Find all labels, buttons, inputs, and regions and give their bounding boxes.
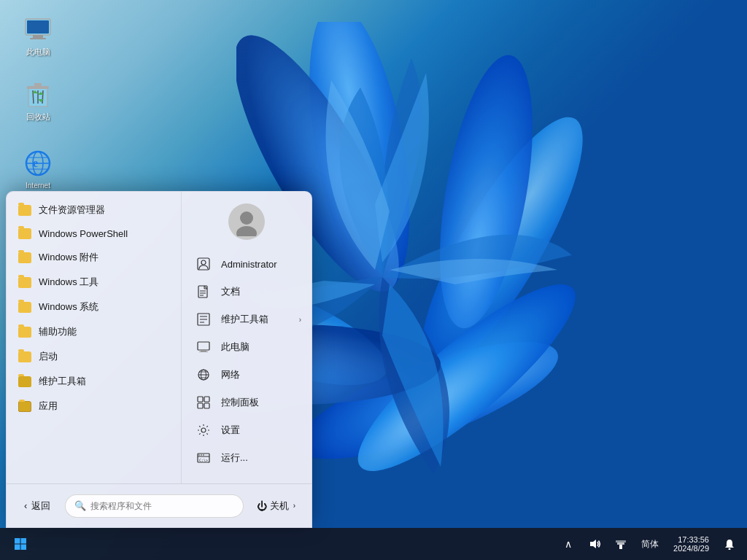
user-avatar[interactable] [228,203,265,240]
this-pc-icon [23,15,53,44]
menu-item-documents[interactable]: 文档 [182,278,311,306]
menu-item-run[interactable]: C:\>_ 运行... [182,444,311,472]
svg-point-48 [198,454,200,456]
svg-rect-13 [27,86,49,89]
power-icon: ⏻ [257,500,267,512]
menu-bottom-bar: ‹ 返回 🔍 ⏻ 关机 › [7,483,311,527]
folder-icon-startup [18,351,31,362]
notification-button[interactable] [719,534,740,554]
menu-item-administrator[interactable]: Administrator [182,250,311,278]
svg-rect-11 [30,38,46,39]
svg-point-22 [236,226,257,236]
folder-icon-accessibility [18,327,31,338]
speaker-icon [589,538,600,550]
svg-rect-42 [204,397,209,402]
svg-text:C:\>_: C:\>_ [199,458,210,463]
search-box[interactable]: 🔍 [65,494,243,518]
start-menu: 文件资源管理器 Windows PowerShell Windows 附件 Wi… [6,191,312,528]
svg-rect-52 [15,538,20,544]
desktop: 此电脑 回收站 [0,0,747,560]
back-chevron-icon: ‹ [24,500,27,511]
svg-rect-44 [204,403,209,408]
taskbar: ∧ 简体 17:33:56 2024/8/29 [0,528,747,560]
avatar-icon [232,207,261,236]
svg-rect-10 [33,35,43,38]
start-button[interactable] [7,531,34,557]
svg-rect-53 [21,538,27,544]
settings-icon [196,423,211,438]
desktop-icon-recycle-bin[interactable]: 回收站 [12,77,64,125]
svg-rect-33 [198,342,209,350]
svg-rect-58 [617,542,624,545]
folder-icon-tools [18,277,31,288]
folder-item-accessibility[interactable]: 辅助功能 [7,319,181,344]
language-indicator[interactable]: 简体 [637,537,663,552]
menu-item-maintenance-tools[interactable]: 维护工具箱 › [182,306,311,333]
back-button[interactable]: ‹ 返回 [15,495,59,517]
notification-icon [724,538,735,550]
folder-item-file-manager[interactable]: 文件资源管理器 [7,198,181,222]
svg-rect-34 [201,350,206,351]
control-panel-icon [196,395,211,410]
folder-icon-accessories [18,252,31,263]
power-button[interactable]: ⏻ 关机 › [249,495,303,517]
folder-icon-maintenance [18,376,31,387]
menu-item-control-panel[interactable]: 控制面板 [182,389,311,416]
system-tray-expand[interactable]: ∧ [558,534,578,554]
svg-rect-9 [27,20,49,34]
folder-icon-file-manager [18,205,31,216]
run-icon: C:\>_ [196,451,211,465]
network-icon-taskbar [615,538,627,550]
recycle-bin-label: 回收站 [26,112,50,122]
folder-item-startup[interactable]: 启动 [7,344,181,369]
network-icon [196,368,211,382]
menu-right-panel: Administrator 文档 [182,192,311,483]
speaker-icon-button[interactable] [584,534,605,554]
recycle-bin-icon [23,79,53,109]
folder-icon-apps [18,401,31,412]
svg-marker-56 [590,540,596,548]
folder-icon-powershell [18,228,31,239]
svg-point-50 [203,454,204,456]
svg-rect-43 [198,403,203,408]
svg-rect-54 [15,545,20,551]
clock-date: 2024/8/29 [673,544,709,553]
svg-rect-59 [616,540,626,542]
maintenance-icon [196,312,211,327]
folder-item-accessories[interactable]: Windows 附件 [7,245,181,270]
search-icon: 🔍 [74,500,86,511]
menu-item-this-pc[interactable]: 此电脑 [182,333,311,361]
taskbar-right: ∧ 简体 17:33:56 2024/8/29 [558,534,740,554]
document-icon [196,284,211,299]
chevron-up-icon: ∧ [565,538,572,550]
folder-item-apps[interactable]: 应用 [7,394,181,419]
svg-rect-55 [21,545,27,551]
network-icon-button[interactable] [611,534,631,554]
folder-item-system[interactable]: Windows 系统 [7,295,181,319]
menu-item-settings[interactable]: 设置 [182,416,311,444]
svg-rect-35 [199,351,208,352]
windows-logo-icon [14,537,27,551]
svg-text:e: e [33,157,38,169]
menu-left-panel: 文件资源管理器 Windows PowerShell Windows 附件 Wi… [7,192,182,483]
search-input[interactable] [90,501,233,511]
menu-item-network[interactable]: 网络 [182,361,311,389]
svg-point-21 [240,211,253,225]
desktop-icon-this-pc[interactable]: 此电脑 [12,12,64,60]
clock-time: 17:33:56 [678,535,709,544]
svg-rect-41 [198,397,203,402]
svg-point-45 [201,428,206,432]
svg-rect-14 [34,83,42,86]
power-chevron-icon: › [293,502,295,510]
clock[interactable]: 17:33:56 2024/8/29 [669,534,713,554]
folder-item-powershell[interactable]: Windows PowerShell [7,222,181,245]
folder-item-tools[interactable]: Windows 工具 [7,270,181,295]
chevron-right-icon: › [299,316,301,324]
svg-point-49 [201,454,202,456]
this-pc-label: 此电脑 [26,47,50,57]
person-icon [196,257,211,271]
svg-rect-57 [619,545,622,549]
svg-point-24 [201,260,206,265]
folder-item-maintenance[interactable]: 维护工具箱 [7,369,181,394]
ie-icon: e [23,149,53,178]
